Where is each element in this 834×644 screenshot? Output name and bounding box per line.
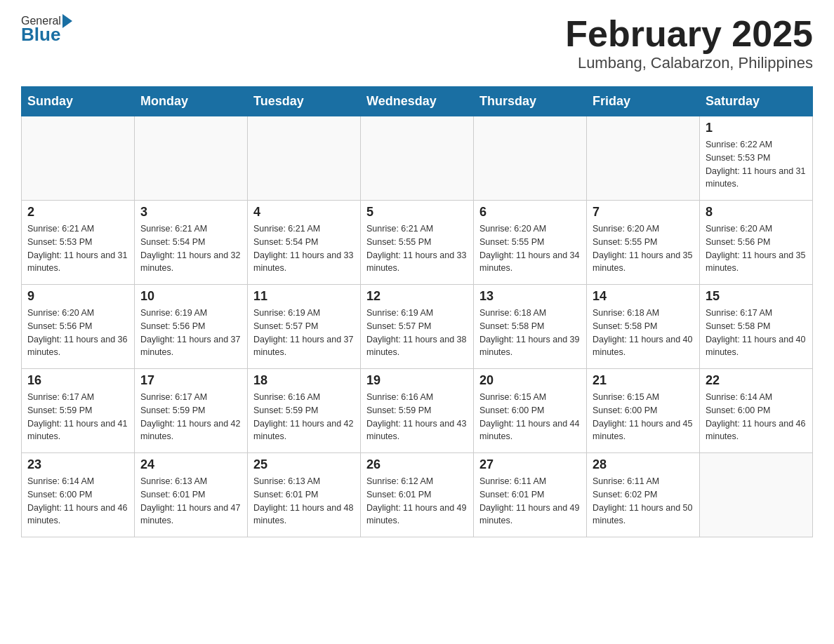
day-info: Sunrise: 6:18 AMSunset: 5:58 PMDaylight:… (479, 307, 581, 359)
calendar-day-cell (474, 116, 587, 201)
calendar-day-cell: 10Sunrise: 6:19 AMSunset: 5:56 PMDayligh… (135, 285, 248, 369)
calendar-day-cell: 4Sunrise: 6:21 AMSunset: 5:54 PMDaylight… (248, 201, 361, 285)
day-info: Sunrise: 6:19 AMSunset: 5:56 PMDaylight:… (140, 307, 241, 359)
calendar-day-cell: 6Sunrise: 6:20 AMSunset: 5:55 PMDaylight… (474, 201, 587, 285)
day-number: 19 (366, 373, 468, 388)
day-number: 20 (479, 373, 581, 388)
calendar-day-cell: 7Sunrise: 6:20 AMSunset: 5:55 PMDaylight… (587, 201, 700, 285)
day-info: Sunrise: 6:16 AMSunset: 5:59 PMDaylight:… (366, 391, 468, 443)
calendar-day-cell (700, 453, 813, 537)
calendar-day-cell: 28Sunrise: 6:11 AMSunset: 6:02 PMDayligh… (587, 453, 700, 537)
day-info: Sunrise: 6:15 AMSunset: 6:00 PMDaylight:… (479, 391, 581, 443)
day-info: Sunrise: 6:21 AMSunset: 5:54 PMDaylight:… (253, 222, 355, 275)
calendar-day-cell (22, 116, 135, 201)
day-number: 3 (140, 205, 241, 220)
day-number: 15 (706, 289, 807, 304)
calendar-day-cell (135, 116, 248, 201)
day-info: Sunrise: 6:20 AMSunset: 5:55 PMDaylight:… (479, 222, 581, 275)
calendar-day-cell: 23Sunrise: 6:14 AMSunset: 6:00 PMDayligh… (22, 453, 135, 537)
header-sunday: Sunday (22, 87, 135, 116)
day-info: Sunrise: 6:13 AMSunset: 6:01 PMDaylight:… (253, 475, 355, 528)
day-number: 14 (593, 289, 694, 304)
day-info: Sunrise: 6:17 AMSunset: 5:58 PMDaylight:… (706, 307, 807, 359)
day-info: Sunrise: 6:19 AMSunset: 5:57 PMDaylight:… (366, 307, 468, 359)
logo-blue-text: Blue (21, 24, 74, 46)
weekday-header-row: Sunday Monday Tuesday Wednesday Thursday… (22, 87, 813, 116)
calendar-day-cell: 15Sunrise: 6:17 AMSunset: 5:58 PMDayligh… (700, 285, 813, 369)
day-info: Sunrise: 6:21 AMSunset: 5:53 PMDaylight:… (27, 222, 128, 275)
calendar-week-row: 2Sunrise: 6:21 AMSunset: 5:53 PMDaylight… (22, 201, 813, 285)
calendar-day-cell: 26Sunrise: 6:12 AMSunset: 6:01 PMDayligh… (361, 453, 474, 537)
day-info: Sunrise: 6:14 AMSunset: 6:00 PMDaylight:… (27, 475, 128, 528)
day-number: 25 (253, 457, 355, 472)
day-number: 26 (366, 457, 468, 472)
calendar-day-cell: 9Sunrise: 6:20 AMSunset: 5:56 PMDaylight… (22, 285, 135, 369)
day-info: Sunrise: 6:15 AMSunset: 6:00 PMDaylight:… (593, 391, 694, 443)
day-number: 1 (706, 121, 807, 135)
day-number: 11 (253, 289, 355, 304)
day-number: 9 (27, 289, 128, 304)
calendar-day-cell: 22Sunrise: 6:14 AMSunset: 6:00 PMDayligh… (700, 369, 813, 453)
day-info: Sunrise: 6:17 AMSunset: 5:59 PMDaylight:… (140, 391, 241, 443)
page-title: February 2025 (565, 14, 813, 54)
day-number: 28 (593, 457, 694, 472)
day-info: Sunrise: 6:20 AMSunset: 5:56 PMDaylight:… (706, 222, 807, 275)
day-info: Sunrise: 6:12 AMSunset: 6:01 PMDaylight:… (366, 475, 468, 528)
calendar-day-cell: 11Sunrise: 6:19 AMSunset: 5:57 PMDayligh… (248, 285, 361, 369)
calendar-day-cell: 25Sunrise: 6:13 AMSunset: 6:01 PMDayligh… (248, 453, 361, 537)
day-info: Sunrise: 6:20 AMSunset: 5:55 PMDaylight:… (593, 222, 694, 275)
day-info: Sunrise: 6:18 AMSunset: 5:58 PMDaylight:… (593, 307, 694, 359)
calendar-week-row: 9Sunrise: 6:20 AMSunset: 5:56 PMDaylight… (22, 285, 813, 369)
day-info: Sunrise: 6:21 AMSunset: 5:54 PMDaylight:… (140, 222, 241, 275)
calendar-day-cell (587, 116, 700, 201)
calendar-day-cell (248, 116, 361, 201)
calendar-day-cell: 20Sunrise: 6:15 AMSunset: 6:00 PMDayligh… (474, 369, 587, 453)
calendar-day-cell (361, 116, 474, 201)
day-info: Sunrise: 6:20 AMSunset: 5:56 PMDaylight:… (27, 307, 128, 359)
calendar-day-cell: 13Sunrise: 6:18 AMSunset: 5:58 PMDayligh… (474, 285, 587, 369)
calendar-week-row: 23Sunrise: 6:14 AMSunset: 6:00 PMDayligh… (22, 453, 813, 537)
logo: General Blue (21, 14, 74, 46)
calendar-day-cell: 1Sunrise: 6:22 AMSunset: 5:53 PMDaylight… (700, 116, 813, 201)
calendar-day-cell: 3Sunrise: 6:21 AMSunset: 5:54 PMDaylight… (135, 201, 248, 285)
day-number: 17 (140, 373, 241, 388)
day-number: 12 (366, 289, 468, 304)
day-number: 24 (140, 457, 241, 472)
page-header: General Blue February 2025 Lumbang, Cala… (21, 14, 813, 72)
day-number: 23 (27, 457, 128, 472)
day-info: Sunrise: 6:22 AMSunset: 5:53 PMDaylight:… (706, 138, 807, 191)
day-number: 5 (366, 205, 468, 220)
calendar-day-cell: 24Sunrise: 6:13 AMSunset: 6:01 PMDayligh… (135, 453, 248, 537)
calendar-body: 1Sunrise: 6:22 AMSunset: 5:53 PMDaylight… (22, 116, 813, 537)
day-number: 22 (706, 373, 807, 388)
day-info: Sunrise: 6:14 AMSunset: 6:00 PMDaylight:… (706, 391, 807, 443)
calendar-day-cell: 12Sunrise: 6:19 AMSunset: 5:57 PMDayligh… (361, 285, 474, 369)
page-subtitle: Lumbang, Calabarzon, Philippines (565, 54, 813, 72)
day-number: 4 (253, 205, 355, 220)
day-number: 16 (27, 373, 128, 388)
calendar-day-cell: 16Sunrise: 6:17 AMSunset: 5:59 PMDayligh… (22, 369, 135, 453)
calendar-table: Sunday Monday Tuesday Wednesday Thursday… (21, 86, 813, 537)
calendar-day-cell: 14Sunrise: 6:18 AMSunset: 5:58 PMDayligh… (587, 285, 700, 369)
day-number: 10 (140, 289, 241, 304)
calendar-day-cell: 18Sunrise: 6:16 AMSunset: 5:59 PMDayligh… (248, 369, 361, 453)
day-info: Sunrise: 6:11 AMSunset: 6:02 PMDaylight:… (593, 475, 694, 528)
day-number: 7 (593, 205, 694, 220)
day-number: 18 (253, 373, 355, 388)
day-info: Sunrise: 6:16 AMSunset: 5:59 PMDaylight:… (253, 391, 355, 443)
header-monday: Monday (135, 87, 248, 116)
day-info: Sunrise: 6:11 AMSunset: 6:01 PMDaylight:… (479, 475, 581, 528)
day-number: 21 (593, 373, 694, 388)
calendar-week-row: 16Sunrise: 6:17 AMSunset: 5:59 PMDayligh… (22, 369, 813, 453)
header-wednesday: Wednesday (361, 87, 474, 116)
day-info: Sunrise: 6:19 AMSunset: 5:57 PMDaylight:… (253, 307, 355, 359)
title-area: February 2025 Lumbang, Calabarzon, Phili… (565, 14, 813, 72)
header-tuesday: Tuesday (248, 87, 361, 116)
day-info: Sunrise: 6:17 AMSunset: 5:59 PMDaylight:… (27, 391, 128, 443)
calendar-week-row: 1Sunrise: 6:22 AMSunset: 5:53 PMDaylight… (22, 116, 813, 201)
day-number: 6 (479, 205, 581, 220)
day-info: Sunrise: 6:21 AMSunset: 5:55 PMDaylight:… (366, 222, 468, 275)
calendar-day-cell: 17Sunrise: 6:17 AMSunset: 5:59 PMDayligh… (135, 369, 248, 453)
calendar-day-cell: 2Sunrise: 6:21 AMSunset: 5:53 PMDaylight… (22, 201, 135, 285)
day-info: Sunrise: 6:13 AMSunset: 6:01 PMDaylight:… (140, 475, 241, 528)
